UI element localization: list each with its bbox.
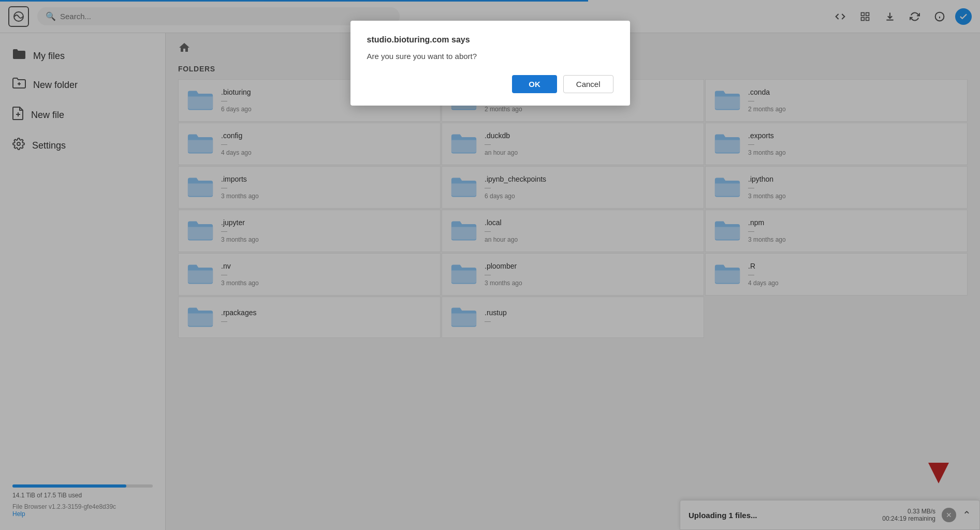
dialog-message: Are you sure you want to abort? bbox=[367, 52, 613, 61]
dialog-box: studio.bioturing.com says Are you sure y… bbox=[350, 21, 630, 106]
dialog-actions: OK Cancel bbox=[367, 75, 613, 93]
dialog-cancel-button[interactable]: Cancel bbox=[563, 75, 613, 93]
dialog-ok-button[interactable]: OK bbox=[512, 75, 557, 93]
dialog-title: studio.bioturing.com says bbox=[367, 35, 613, 45]
dialog-overlay: studio.bioturing.com says Are you sure y… bbox=[0, 0, 980, 530]
